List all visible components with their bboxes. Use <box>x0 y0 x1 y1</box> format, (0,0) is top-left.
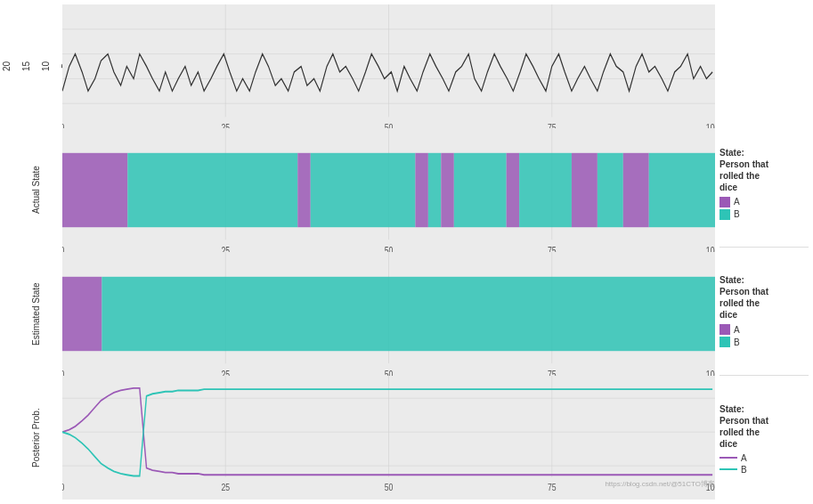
legend-actual-b-label: B <box>734 209 740 219</box>
estimated-state-chart: 0 25 50 75 100 roll <box>62 252 715 376</box>
legend-posterior-b: B <box>720 465 809 475</box>
legend-actual-a-label: A <box>734 197 740 207</box>
legend-actual-state: State:Person thatrolled thedice A B <box>720 123 809 245</box>
legend-actual-title: State:Person thatrolled thedice <box>720 147 809 193</box>
svg-rect-47 <box>102 277 715 351</box>
legend-posterior: State:Person thatrolled thedice A B <box>720 378 809 500</box>
svg-text:0: 0 <box>62 368 64 376</box>
legend-estimated-a-color <box>720 324 730 335</box>
svg-rect-28 <box>441 153 453 227</box>
svg-text:100: 100 <box>706 121 715 128</box>
svg-rect-27 <box>428 153 441 227</box>
svg-text:50: 50 <box>385 121 394 128</box>
legend-spacer <box>720 4 809 123</box>
svg-rect-24 <box>297 153 310 227</box>
svg-text:75: 75 <box>548 482 557 492</box>
svg-rect-32 <box>572 153 598 227</box>
svg-text:25: 25 <box>221 121 230 128</box>
svg-rect-26 <box>415 153 427 227</box>
svg-rect-46 <box>62 277 102 351</box>
estimated-state-panel: Estimated State 0 25 50 75 100 <box>9 252 715 376</box>
legend-area: State:Person thatrolled thedice A B Stat… <box>715 0 813 504</box>
legend-posterior-a-label: A <box>741 453 747 463</box>
svg-text:75: 75 <box>548 368 557 376</box>
svg-text:0: 0 <box>62 121 65 128</box>
svg-text:roll: roll <box>383 499 394 500</box>
svg-rect-30 <box>507 153 519 227</box>
dice-roll-panel: 2015105 5 10 15 <box>9 4 715 128</box>
svg-rect-29 <box>454 153 507 227</box>
legend-posterior-b-label: B <box>741 465 747 475</box>
svg-rect-33 <box>598 153 623 227</box>
legend-actual-a-color <box>720 197 730 207</box>
actual-state-y-label: Actual State <box>9 128 62 252</box>
main-container: 2015105 5 10 15 <box>0 0 813 504</box>
dice-roll-chart: 5 10 15 20 0 25 50 75 100 roll <box>62 4 715 128</box>
posterior-prob-y-label: Posterior Prob. <box>9 376 62 500</box>
svg-text:50: 50 <box>385 244 394 252</box>
dice-roll-y-label: 2015105 <box>9 4 62 128</box>
legend-estimated-a: A <box>720 324 809 335</box>
svg-text:75: 75 <box>548 121 557 128</box>
svg-text:50: 50 <box>385 368 394 376</box>
svg-rect-25 <box>311 153 416 227</box>
actual-state-svg: 0 25 50 75 100 roll <box>62 128 715 252</box>
svg-text:100: 100 <box>706 244 715 252</box>
legend-posterior-a: A <box>720 453 809 463</box>
legend-posterior-b-color <box>720 468 737 470</box>
posterior-prob-panel: Posterior Prob. 0 <box>9 376 715 500</box>
legend-actual-b: B <box>720 209 809 220</box>
actual-state-chart: 0 25 50 75 100 roll <box>62 128 715 252</box>
svg-rect-31 <box>519 153 572 227</box>
estimated-state-svg: 0 25 50 75 100 roll <box>62 252 715 376</box>
svg-rect-34 <box>623 153 649 227</box>
svg-rect-35 <box>649 153 715 227</box>
legend-divider-1 <box>720 247 809 248</box>
estimated-state-y-label: Estimated State <box>9 252 62 376</box>
svg-text:75: 75 <box>548 244 557 252</box>
legend-estimated-b: B <box>720 337 809 347</box>
svg-text:25: 25 <box>221 244 230 252</box>
svg-text:25: 25 <box>221 368 230 376</box>
legend-estimated-a-label: A <box>734 325 740 335</box>
actual-state-panel: Actual State <box>9 128 715 252</box>
watermark: https://blog.csdn.net/@51CTO博客 <box>605 479 715 489</box>
legend-divider-2 <box>720 375 809 376</box>
legend-actual-b-color <box>720 209 730 220</box>
legend-posterior-title: State:Person thatrolled thedice <box>720 403 809 450</box>
charts-area: 2015105 5 10 15 <box>0 0 715 504</box>
legend-estimated-title: State:Person thatrolled thedice <box>720 274 809 321</box>
legend-estimated-state: State:Person thatrolled thedice A B <box>720 250 809 372</box>
posterior-prob-chart: 0 25 50 75 100 roll https://blog.csdn.ne… <box>62 376 715 500</box>
legend-posterior-a-color <box>720 457 737 459</box>
legend-estimated-b-label: B <box>734 337 740 347</box>
dice-roll-svg: 5 10 15 20 0 25 50 75 100 roll <box>62 4 715 128</box>
svg-text:25: 25 <box>221 482 230 492</box>
svg-text:100: 100 <box>706 368 715 376</box>
svg-text:50: 50 <box>385 482 394 492</box>
legend-actual-a: A <box>720 197 809 207</box>
svg-text:0: 0 <box>62 244 64 252</box>
svg-rect-23 <box>127 153 297 227</box>
svg-rect-22 <box>62 153 127 227</box>
svg-text:0: 0 <box>62 482 65 492</box>
legend-estimated-b-color <box>720 337 730 347</box>
